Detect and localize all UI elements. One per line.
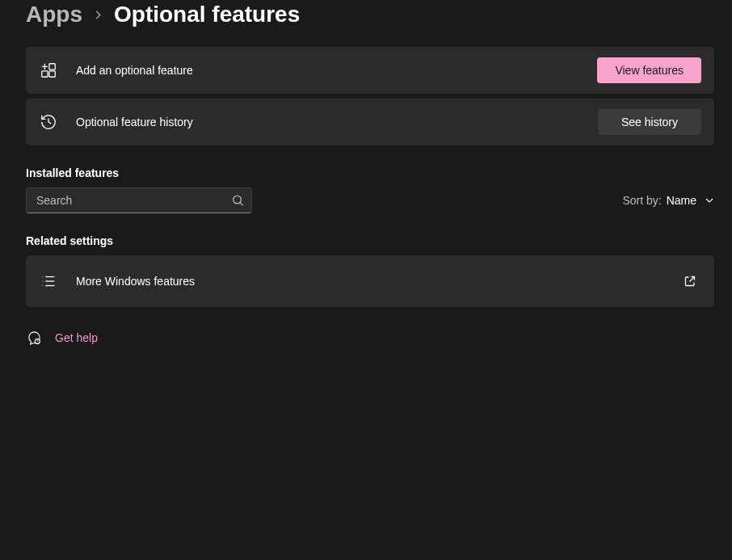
help-icon (26, 330, 42, 346)
feature-history-card: Optional feature history See history (26, 99, 714, 145)
add-feature-card: Add an optional feature View features (26, 47, 714, 94)
chevron-down-icon (705, 196, 714, 205)
svg-rect-2 (49, 64, 55, 69)
see-history-button[interactable]: See history (598, 109, 701, 135)
breadcrumb-previous[interactable]: Apps (26, 2, 82, 27)
search-box (26, 187, 252, 213)
feature-history-label: Optional feature history (76, 116, 598, 128)
add-app-icon (39, 61, 58, 80)
page-title: Optional features (114, 2, 300, 27)
more-windows-features-label: More Windows features (76, 275, 684, 288)
svg-point-15 (36, 342, 37, 343)
related-settings-header: Related settings (26, 234, 714, 247)
breadcrumb: Apps Optional features (26, 0, 714, 27)
view-features-button[interactable]: View features (597, 57, 701, 83)
sort-dropdown[interactable]: Sort by: Name (622, 194, 714, 207)
sort-value: Name (667, 194, 696, 207)
more-windows-features-link[interactable]: More Windows features (26, 255, 714, 307)
open-external-icon (684, 275, 696, 288)
svg-rect-0 (42, 71, 48, 77)
svg-line-13 (690, 277, 695, 282)
list-icon (39, 272, 58, 291)
history-icon (39, 112, 58, 132)
add-feature-label: Add an optional feature (76, 64, 597, 77)
installed-features-header: Installed features (26, 166, 714, 179)
get-help-link[interactable]: Get help (26, 330, 714, 346)
sort-label: Sort by: (622, 194, 661, 207)
search-input[interactable] (26, 187, 252, 213)
svg-rect-1 (49, 71, 55, 77)
chevron-right-icon (94, 11, 103, 19)
get-help-label: Get help (55, 331, 98, 344)
